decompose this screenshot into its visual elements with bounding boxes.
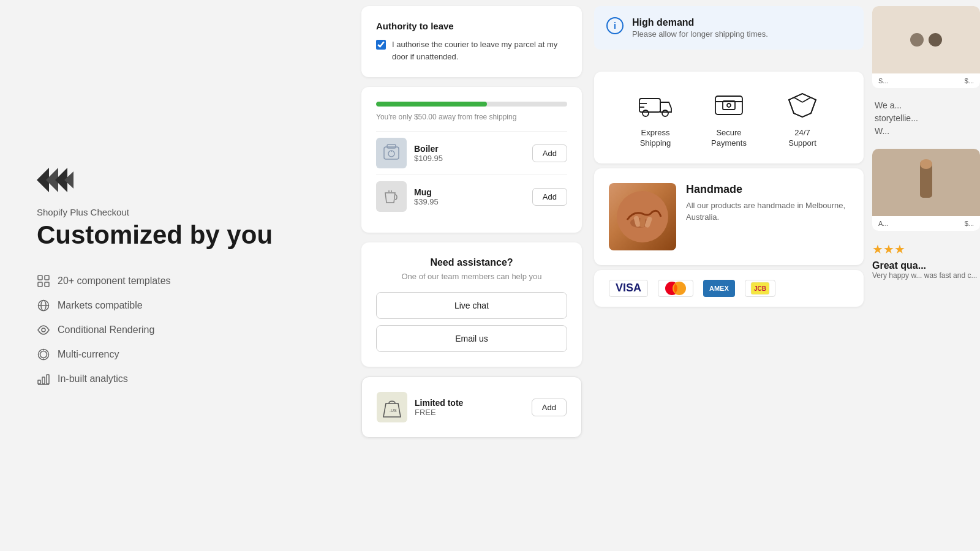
authority-checkbox[interactable] xyxy=(376,40,386,50)
high-demand-title: High demand xyxy=(632,17,768,28)
tote-name: Limited tote xyxy=(415,398,524,408)
support-icon xyxy=(784,86,821,123)
svg-point-13 xyxy=(40,351,47,358)
svg-point-34 xyxy=(727,103,731,107)
feature-conditional: Conditional Rendering xyxy=(37,323,318,337)
authority-checkbox-row: I authorise the courier to leave my parc… xyxy=(376,39,567,62)
far-right-img-1 xyxy=(872,6,980,73)
left-panel: Shopify Plus Checkout Customized by you … xyxy=(0,0,355,551)
eye-icon xyxy=(37,323,50,337)
globe-icon xyxy=(37,299,50,312)
svg-rect-32 xyxy=(715,96,742,114)
svg-point-29 xyxy=(662,110,668,116)
tote-add-button[interactable]: Add xyxy=(532,399,567,416)
high-demand-card: i High demand Please allow for longer sh… xyxy=(594,6,864,50)
high-demand-info: High demand Please allow for longer ship… xyxy=(632,17,768,39)
far-right-label-2: A... xyxy=(878,220,889,227)
svg-rect-6 xyxy=(38,282,42,287)
tote-price: FREE xyxy=(415,408,524,417)
tote-info: Limited tote FREE xyxy=(415,398,524,417)
feature-currency: Multi-currency xyxy=(37,348,318,361)
live-chat-button[interactable]: Live chat xyxy=(376,292,567,319)
progress-bar-fill xyxy=(376,102,487,107)
svg-point-48 xyxy=(920,159,932,169)
boiler-info: Boiler $109.95 xyxy=(414,144,525,163)
feature-conditional-label: Conditional Rendering xyxy=(58,324,154,335)
tote-row: .US Limited tote FREE Add xyxy=(377,392,567,422)
payment-card: VISA AMEX JCB xyxy=(594,270,864,307)
svg-text:.US: .US xyxy=(390,408,397,413)
handmade-content: Handmade All our products are handmade i… xyxy=(686,183,849,223)
progress-text: You're only $50.00 away from free shippi… xyxy=(376,113,567,121)
authority-title: Authority to leave xyxy=(376,21,567,31)
far-right-price-2: $... xyxy=(965,220,974,227)
tote-card: .US Limited tote FREE Add xyxy=(361,377,582,438)
feature-currency-label: Multi-currency xyxy=(58,349,119,360)
svg-rect-4 xyxy=(38,276,42,280)
svg-rect-21 xyxy=(387,144,396,148)
svg-line-36 xyxy=(802,97,811,102)
tote-image: .US xyxy=(377,392,407,422)
svg-rect-27 xyxy=(639,99,660,112)
far-right-price-1: $... xyxy=(965,77,974,84)
mug-price: $39.95 xyxy=(414,197,525,206)
we-are-text: We a...storytellie...W... xyxy=(872,93,980,144)
other-payment-icon: JCB xyxy=(745,280,775,297)
mug-add-button[interactable]: Add xyxy=(532,188,567,206)
boiler-price: $109.95 xyxy=(414,154,525,163)
product-row-mug: Mug $39.95 Add xyxy=(376,174,567,218)
testimonial-area: ★★★ Great qua... Very happy w... was fas… xyxy=(872,236,980,286)
assistance-subtitle: One of our team members can help you xyxy=(376,272,567,281)
chart-icon xyxy=(37,372,50,386)
feature-markets: Markets compatible xyxy=(37,299,318,312)
visa-icon: VISA xyxy=(609,280,648,297)
secure-payments-item: SecurePayments xyxy=(710,86,747,149)
brand-title: Customized by you xyxy=(37,221,318,249)
info-icon: i xyxy=(606,17,624,34)
shipping-progress-card: You're only $50.00 away from free shippi… xyxy=(361,87,582,233)
testimonial-subtitle: Very happy w... was fast and c... xyxy=(872,271,980,280)
high-demand-subtitle: Please allow for longer shipping times. xyxy=(632,29,768,39)
svg-point-28 xyxy=(643,110,649,116)
authority-checkbox-label: I authorise the courier to leave my parc… xyxy=(392,39,567,62)
express-shipping-label: ExpressShipping xyxy=(640,128,671,149)
handmade-title: Handmade xyxy=(686,183,849,196)
brand-logo xyxy=(37,165,74,195)
feature-templates: 20+ component templates xyxy=(37,274,318,288)
svg-text:JCB: JCB xyxy=(754,285,766,292)
mug-name: Mug xyxy=(414,187,525,197)
product-row-boiler: Boiler $109.95 Add xyxy=(376,131,567,174)
mastercard-icon xyxy=(658,280,693,297)
right-panel: i High demand Please allow for longer sh… xyxy=(588,0,870,551)
grid-icon xyxy=(37,274,50,288)
far-right-image-bottom: A... $... xyxy=(872,149,980,231)
svg-rect-18 xyxy=(47,375,49,384)
svg-rect-20 xyxy=(384,147,399,159)
handmade-subtitle: All our products are handmade in Melbour… xyxy=(686,200,849,223)
feature-analytics-label: In-built analytics xyxy=(58,373,128,384)
svg-point-11 xyxy=(42,328,45,332)
assistance-title: Need assistance? xyxy=(376,257,567,268)
support-label: 24/7Support xyxy=(788,128,816,149)
boiler-add-button[interactable]: Add xyxy=(532,144,567,162)
svg-rect-7 xyxy=(45,282,49,287)
express-shipping-item: ExpressShipping xyxy=(637,86,674,149)
shipping-features-card: ExpressShipping SecurePayments xyxy=(594,72,864,163)
email-us-button[interactable]: Email us xyxy=(376,325,567,352)
progress-bar-container xyxy=(376,102,567,107)
far-right-label-1: S... xyxy=(878,77,889,84)
far-right-image-top: S... $... xyxy=(872,6,980,88)
far-right-panel: S... $... We a...storytellie...W... A...… xyxy=(870,0,980,551)
svg-line-37 xyxy=(794,97,802,102)
support-item: 24/7Support xyxy=(784,86,821,149)
feature-list: 20+ component templates Markets compatib… xyxy=(37,274,318,386)
svg-rect-5 xyxy=(45,276,49,280)
amex-icon: AMEX xyxy=(703,280,735,297)
express-shipping-icon xyxy=(637,86,674,123)
secure-payments-icon xyxy=(710,86,747,123)
mug-info: Mug $39.95 xyxy=(414,187,525,206)
handmade-card: Handmade All our products are handmade i… xyxy=(594,168,864,265)
testimonial-stars: ★★★ xyxy=(872,242,980,257)
feature-templates-label: 20+ component templates xyxy=(58,276,171,287)
currency-icon xyxy=(37,348,50,361)
